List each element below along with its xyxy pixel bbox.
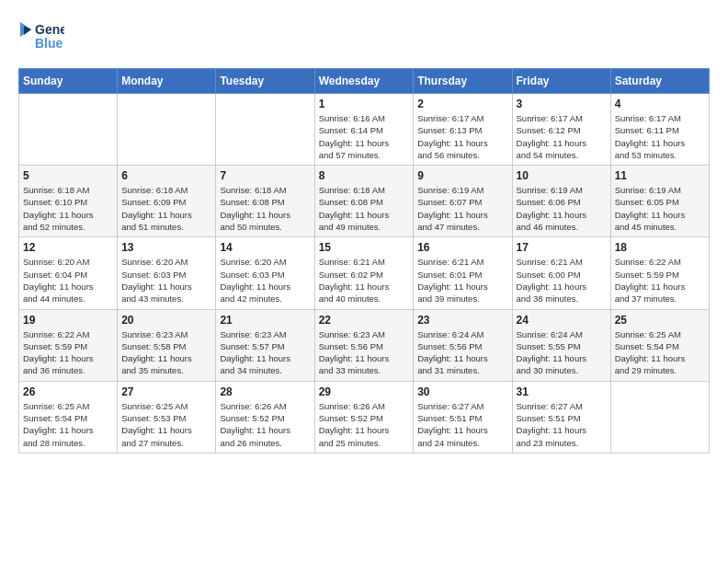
day-number: 14 (220, 241, 310, 254)
day-number: 13 (121, 241, 211, 254)
weekday-header-tuesday: Tuesday (216, 69, 314, 94)
day-info: Sunrise: 6:23 AM Sunset: 5:58 PM Dayligh… (121, 328, 211, 377)
day-cell: 20Sunrise: 6:23 AM Sunset: 5:58 PM Dayli… (118, 309, 216, 381)
day-number: 29 (319, 385, 410, 398)
day-info: Sunrise: 6:22 AM Sunset: 5:59 PM Dayligh… (615, 256, 705, 304)
day-info: Sunrise: 6:22 AM Sunset: 5:59 PM Dayligh… (23, 328, 113, 377)
day-number: 2 (417, 98, 507, 110)
day-info: Sunrise: 6:21 AM Sunset: 6:02 PM Dayligh… (319, 256, 410, 304)
day-cell: 23Sunrise: 6:24 AM Sunset: 5:56 PM Dayli… (414, 309, 512, 381)
day-info: Sunrise: 6:18 AM Sunset: 6:10 PM Dayligh… (23, 184, 113, 233)
day-info: Sunrise: 6:18 AM Sunset: 6:08 PM Dayligh… (319, 184, 410, 233)
weekday-header-row: SundayMondayTuesdayWednesdayThursdayFrid… (19, 69, 710, 94)
day-info: Sunrise: 6:20 AM Sunset: 6:03 PM Dayligh… (220, 256, 310, 304)
week-row-4: 26Sunrise: 6:25 AM Sunset: 5:54 PM Dayli… (19, 381, 710, 453)
day-info: Sunrise: 6:19 AM Sunset: 6:05 PM Dayligh… (615, 184, 705, 233)
day-cell: 5Sunrise: 6:18 AM Sunset: 6:10 PM Daylig… (19, 166, 118, 237)
day-number: 27 (121, 385, 211, 398)
day-number: 18 (615, 241, 705, 254)
weekday-header-wednesday: Wednesday (314, 69, 414, 94)
day-cell: 28Sunrise: 6:26 AM Sunset: 5:52 PM Dayli… (216, 381, 314, 453)
day-cell: 6Sunrise: 6:18 AM Sunset: 6:09 PM Daylig… (118, 166, 216, 237)
day-cell: 25Sunrise: 6:25 AM Sunset: 5:54 PM Dayli… (610, 309, 709, 381)
day-cell: 21Sunrise: 6:23 AM Sunset: 5:57 PM Dayli… (216, 309, 314, 381)
day-number: 24 (517, 314, 607, 327)
day-info: Sunrise: 6:17 AM Sunset: 6:11 PM Dayligh… (615, 112, 705, 161)
day-number: 26 (23, 385, 113, 398)
day-number: 20 (121, 314, 211, 327)
weekday-header-saturday: Saturday (610, 69, 709, 94)
day-info: Sunrise: 6:25 AM Sunset: 5:53 PM Dayligh… (121, 400, 211, 449)
day-info: Sunrise: 6:17 AM Sunset: 6:12 PM Dayligh… (517, 112, 607, 161)
day-number: 1 (319, 98, 410, 110)
day-info: Sunrise: 6:19 AM Sunset: 6:07 PM Dayligh… (417, 184, 507, 233)
day-number: 19 (23, 314, 113, 327)
day-number: 16 (417, 241, 507, 254)
day-number: 4 (615, 98, 705, 110)
day-info: Sunrise: 6:23 AM Sunset: 5:57 PM Dayligh… (220, 328, 310, 377)
day-cell: 2Sunrise: 6:17 AM Sunset: 6:13 PM Daylig… (414, 94, 512, 166)
weekday-header-thursday: Thursday (414, 69, 512, 94)
logo-svg: General Blue (18, 18, 64, 53)
day-info: Sunrise: 6:24 AM Sunset: 5:55 PM Dayligh… (517, 328, 607, 377)
day-cell: 18Sunrise: 6:22 AM Sunset: 5:59 PM Dayli… (610, 237, 709, 309)
day-info: Sunrise: 6:17 AM Sunset: 6:13 PM Dayligh… (417, 112, 507, 161)
day-number: 12 (23, 241, 113, 254)
calendar-table: SundayMondayTuesdayWednesdayThursdayFrid… (18, 68, 710, 454)
day-cell: 13Sunrise: 6:20 AM Sunset: 6:03 PM Dayli… (118, 237, 216, 309)
day-info: Sunrise: 6:26 AM Sunset: 5:52 PM Dayligh… (220, 400, 310, 449)
day-info: Sunrise: 6:20 AM Sunset: 6:03 PM Dayligh… (121, 256, 211, 304)
day-number: 30 (417, 385, 507, 398)
svg-text:Blue: Blue (35, 36, 63, 51)
day-cell: 7Sunrise: 6:18 AM Sunset: 6:08 PM Daylig… (216, 166, 314, 237)
day-cell: 31Sunrise: 6:27 AM Sunset: 5:51 PM Dayli… (512, 381, 610, 453)
day-info: Sunrise: 6:18 AM Sunset: 6:09 PM Dayligh… (121, 184, 211, 233)
day-cell (19, 94, 118, 166)
day-cell: 14Sunrise: 6:20 AM Sunset: 6:03 PM Dayli… (216, 237, 314, 309)
day-info: Sunrise: 6:27 AM Sunset: 5:51 PM Dayligh… (417, 400, 507, 449)
logo: General Blue (18, 18, 64, 53)
day-info: Sunrise: 6:27 AM Sunset: 5:51 PM Dayligh… (517, 400, 607, 449)
day-cell: 30Sunrise: 6:27 AM Sunset: 5:51 PM Dayli… (414, 381, 512, 453)
day-cell: 27Sunrise: 6:25 AM Sunset: 5:53 PM Dayli… (118, 381, 216, 453)
day-number: 28 (220, 385, 310, 398)
day-cell: 9Sunrise: 6:19 AM Sunset: 6:07 PM Daylig… (414, 166, 512, 237)
svg-text:General: General (35, 22, 64, 37)
weekday-header-monday: Monday (118, 69, 216, 94)
day-number: 17 (517, 241, 607, 254)
day-cell: 10Sunrise: 6:19 AM Sunset: 6:06 PM Dayli… (512, 166, 610, 237)
day-cell (610, 381, 709, 453)
day-cell: 8Sunrise: 6:18 AM Sunset: 6:08 PM Daylig… (314, 166, 414, 237)
day-number: 6 (121, 169, 211, 182)
day-info: Sunrise: 6:21 AM Sunset: 6:01 PM Dayligh… (417, 256, 507, 304)
week-row-1: 5Sunrise: 6:18 AM Sunset: 6:10 PM Daylig… (19, 166, 710, 237)
day-number: 15 (319, 241, 410, 254)
day-info: Sunrise: 6:23 AM Sunset: 5:56 PM Dayligh… (319, 328, 410, 377)
day-cell: 15Sunrise: 6:21 AM Sunset: 6:02 PM Dayli… (314, 237, 414, 309)
day-info: Sunrise: 6:19 AM Sunset: 6:06 PM Dayligh… (517, 184, 607, 233)
day-number: 5 (23, 169, 113, 182)
day-number: 8 (319, 169, 410, 182)
day-cell: 4Sunrise: 6:17 AM Sunset: 6:11 PM Daylig… (610, 94, 709, 166)
day-info: Sunrise: 6:25 AM Sunset: 5:54 PM Dayligh… (615, 328, 705, 377)
weekday-header-sunday: Sunday (19, 69, 118, 94)
day-number: 25 (615, 314, 705, 327)
page-header: General Blue (18, 18, 710, 53)
day-info: Sunrise: 6:18 AM Sunset: 6:08 PM Dayligh… (220, 184, 310, 233)
day-cell: 1Sunrise: 6:16 AM Sunset: 6:14 PM Daylig… (314, 94, 414, 166)
day-number: 23 (417, 314, 507, 327)
day-cell: 22Sunrise: 6:23 AM Sunset: 5:56 PM Dayli… (314, 309, 414, 381)
day-number: 22 (319, 314, 410, 327)
day-cell: 19Sunrise: 6:22 AM Sunset: 5:59 PM Dayli… (19, 309, 118, 381)
day-cell: 29Sunrise: 6:26 AM Sunset: 5:52 PM Dayli… (314, 381, 414, 453)
week-row-0: 1Sunrise: 6:16 AM Sunset: 6:14 PM Daylig… (19, 94, 710, 166)
day-number: 11 (615, 169, 705, 182)
day-cell (216, 94, 314, 166)
day-info: Sunrise: 6:16 AM Sunset: 6:14 PM Dayligh… (319, 112, 410, 161)
day-cell: 11Sunrise: 6:19 AM Sunset: 6:05 PM Dayli… (610, 166, 709, 237)
day-number: 3 (517, 98, 607, 110)
day-number: 21 (220, 314, 310, 327)
day-info: Sunrise: 6:26 AM Sunset: 5:52 PM Dayligh… (319, 400, 410, 449)
day-number: 7 (220, 169, 310, 182)
day-cell: 16Sunrise: 6:21 AM Sunset: 6:01 PM Dayli… (414, 237, 512, 309)
